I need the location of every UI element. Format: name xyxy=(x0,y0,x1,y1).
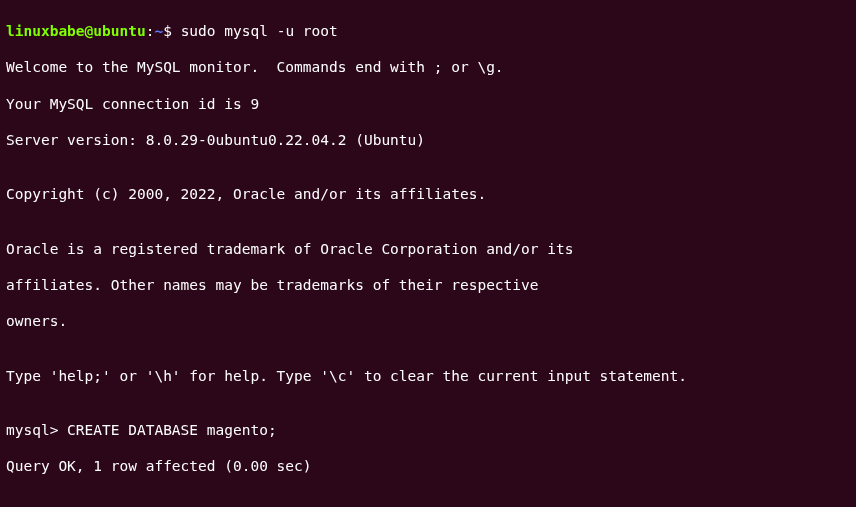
terminal-output[interactable]: linuxbabe@ubuntu:~$ sudo mysql -u root W… xyxy=(0,0,856,507)
shell-command: sudo mysql -u root xyxy=(181,23,338,39)
mysql-statement-line: mysql> CREATE DATABASE magento; xyxy=(6,421,850,439)
prompt-host: ubuntu xyxy=(93,23,145,39)
mysql-server-version: Server version: 8.0.29-0ubuntu0.22.04.2 … xyxy=(6,131,850,149)
mysql-trademark-line: affiliates. Other names may be trademark… xyxy=(6,276,850,294)
mysql-welcome-line: Welcome to the MySQL monitor. Commands e… xyxy=(6,58,850,76)
prompt-user: linuxbabe xyxy=(6,23,85,39)
mysql-trademark-line: Oracle is a registered trademark of Orac… xyxy=(6,240,850,258)
shell-prompt-line: linuxbabe@ubuntu:~$ sudo mysql -u root xyxy=(6,22,850,40)
prompt-at: @ xyxy=(85,23,94,39)
mysql-trademark-line: owners. xyxy=(6,312,850,330)
sql-create-database: CREATE DATABASE magento; xyxy=(67,422,277,438)
mysql-help-hint: Type 'help;' or '\h' for help. Type '\c'… xyxy=(6,367,850,385)
mysql-prompt: mysql> xyxy=(6,422,67,438)
prompt-path: ~ xyxy=(154,23,163,39)
prompt-dollar: $ xyxy=(163,23,180,39)
mysql-connection-id: Your MySQL connection id is 9 xyxy=(6,95,850,113)
mysql-copyright: Copyright (c) 2000, 2022, Oracle and/or … xyxy=(6,185,850,203)
mysql-result: Query OK, 1 row affected (0.00 sec) xyxy=(6,457,850,475)
